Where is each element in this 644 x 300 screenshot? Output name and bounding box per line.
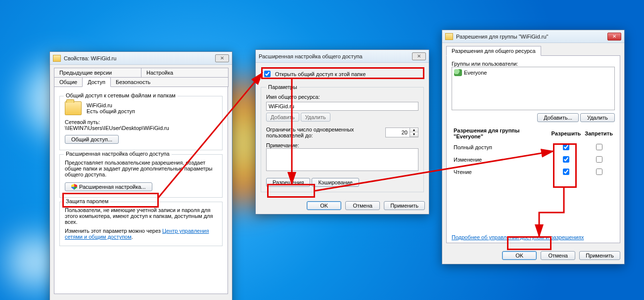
close-icon[interactable]: ✕ bbox=[607, 33, 621, 41]
share-folder-checkbox-row[interactable]: Открыть общий доступ к этой папке bbox=[261, 68, 424, 80]
table-row: Полный доступ bbox=[452, 141, 615, 153]
folder-icon bbox=[65, 101, 82, 115]
tab-security[interactable]: Безопасность bbox=[110, 77, 229, 87]
tab-share-permissions[interactable]: Разрешения для общего ресурса bbox=[446, 46, 541, 56]
tab-setup[interactable]: Настройка bbox=[141, 68, 229, 78]
folder-icon bbox=[445, 33, 453, 40]
folder-name: WiFiGid.ru bbox=[87, 102, 135, 108]
advanced-settings-button[interactable]: Расширенная настройка... bbox=[65, 182, 152, 191]
network-path-value: \\IEWIN7\Users\IEUser\Desktop\WiFiGid.ru bbox=[65, 125, 217, 131]
dialog-buttons: Закрыть Отмена Применить bbox=[50, 298, 232, 300]
share-name-input[interactable] bbox=[266, 102, 418, 111]
limit-users-input[interactable] bbox=[385, 128, 410, 137]
dialog-buttons: OK Отмена Применить bbox=[256, 197, 429, 214]
share-status: Есть общий доступ bbox=[87, 108, 135, 114]
groups-users-label: Группы или пользователи: bbox=[452, 61, 615, 67]
titlebar[interactable]: Расширенная настройка общего доступа ✕ bbox=[256, 50, 429, 63]
limit-users-label: Ограничить число одновременных пользоват… bbox=[266, 127, 381, 138]
allow-change-checkbox[interactable] bbox=[563, 156, 569, 163]
table-row: Чтение bbox=[452, 166, 615, 178]
group-title: Защита паролем bbox=[64, 198, 110, 204]
add-user-button[interactable]: Добавить... bbox=[537, 113, 579, 122]
network-sharing-group: Общий доступ к сетевым файлам и папкам W… bbox=[59, 96, 223, 150]
folder-icon bbox=[53, 55, 61, 62]
permissions-for-label: Разрешения для группы "Everyone" bbox=[452, 126, 550, 141]
apply-button[interactable]: Применить bbox=[579, 251, 620, 260]
window-title: Свойства: WiFiGid.ru bbox=[64, 55, 215, 61]
window-title: Расширенная настройка общего доступа bbox=[259, 53, 412, 59]
share-name-label: Имя общего ресурса: bbox=[266, 94, 418, 100]
share-folder-label: Открыть общий доступ к этой папке bbox=[275, 71, 366, 77]
password-protect-group: Защита паролем Пользователи, не имеющие … bbox=[59, 202, 223, 246]
group-title: Параметры bbox=[266, 84, 299, 90]
spinner-down-icon[interactable]: ▼ bbox=[410, 132, 418, 137]
tab-access[interactable]: Доступ bbox=[82, 77, 111, 87]
share-button[interactable]: Общий доступ... bbox=[65, 135, 119, 144]
delete-share-button[interactable]: Удалить bbox=[301, 113, 330, 122]
dialog-buttons: OK Отмена Применить bbox=[442, 247, 624, 264]
perm-change-label: Изменение bbox=[452, 153, 550, 166]
perm-full-label: Полный доступ bbox=[452, 141, 550, 153]
advanced-sharing-dialog: Расширенная настройка общего доступа ✕ О… bbox=[255, 49, 429, 214]
note-label: Примечание: bbox=[266, 142, 418, 148]
group-title: Расширенная настройка общего доступа bbox=[64, 151, 172, 157]
spinner-up-icon[interactable]: ▲ bbox=[410, 128, 418, 132]
perm-read-label: Чтение bbox=[452, 166, 550, 178]
tab-body: Группы или пользователи: Everyone Добави… bbox=[446, 55, 620, 243]
advanced-sharing-group: Расширенная настройка общего доступа Пре… bbox=[59, 154, 223, 198]
tab-previous-versions[interactable]: Предыдущие версии bbox=[54, 68, 141, 78]
titlebar[interactable]: Разрешения для группы "WiFiGid.ru" ✕ bbox=[442, 30, 624, 43]
permissions-table: Разрешения для группы "Everyone" Разреши… bbox=[452, 126, 615, 178]
limit-users-spinner[interactable]: ▲ ▼ bbox=[385, 128, 418, 137]
window-title: Разрешения для группы "WiFiGid.ru" bbox=[456, 34, 607, 40]
deny-read-checkbox[interactable] bbox=[596, 169, 602, 175]
permissions-dialog: Разрешения для группы "WiFiGid.ru" ✕ Раз… bbox=[442, 30, 625, 264]
cancel-button[interactable]: Отмена bbox=[541, 251, 575, 260]
properties-dialog: Свойства: WiFiGid.ru ✕ Предыдущие версии… bbox=[49, 51, 232, 300]
ok-button[interactable]: OK bbox=[307, 201, 341, 210]
deny-header: Запретить bbox=[583, 126, 615, 141]
note-textarea[interactable] bbox=[266, 148, 418, 171]
deny-change-checkbox[interactable] bbox=[596, 156, 602, 163]
titlebar[interactable]: Свойства: WiFiGid.ru ✕ bbox=[50, 52, 232, 65]
tab-strip: Предыдущие версии Настройка Общие Доступ… bbox=[54, 68, 228, 86]
network-path-label: Сетевой путь: bbox=[65, 119, 217, 125]
group-icon bbox=[454, 69, 462, 76]
tab-body: Общий доступ к сетевым файлам и папкам W… bbox=[54, 86, 228, 294]
apply-button[interactable]: Применить bbox=[384, 201, 425, 210]
change-param-text: Изменить этот параметр можно через bbox=[65, 228, 162, 234]
permissions-button[interactable]: Разрешения bbox=[266, 178, 310, 187]
add-share-button[interactable]: Добавить bbox=[266, 113, 299, 122]
ok-button[interactable]: OK bbox=[502, 251, 537, 260]
password-desc: Пользователи, не имеющие учетной записи … bbox=[65, 207, 217, 225]
tab-general[interactable]: Общие bbox=[54, 77, 83, 87]
parameters-group: Параметры Имя общего ресурса: Добавить У… bbox=[261, 84, 424, 192]
deny-full-checkbox[interactable] bbox=[596, 144, 602, 150]
cancel-button[interactable]: Отмена bbox=[345, 201, 380, 210]
remove-user-button[interactable]: Удалить bbox=[580, 113, 615, 122]
share-folder-checkbox[interactable] bbox=[264, 71, 271, 77]
allow-full-checkbox[interactable] bbox=[563, 144, 569, 150]
close-icon[interactable]: ✕ bbox=[412, 52, 426, 60]
allow-header: Разрешить bbox=[550, 126, 583, 141]
close-icon[interactable]: ✕ bbox=[215, 54, 229, 62]
user-name: Everyone bbox=[464, 70, 487, 76]
group-title: Общий доступ к сетевым файлам и папкам bbox=[64, 92, 178, 98]
users-listbox[interactable]: Everyone bbox=[452, 67, 615, 110]
allow-read-checkbox[interactable] bbox=[563, 169, 569, 175]
advanced-desc: Предоставляет пользовательские разрешени… bbox=[65, 160, 217, 177]
caching-button[interactable]: Кэширование bbox=[312, 178, 359, 187]
list-item[interactable]: Everyone bbox=[454, 69, 612, 76]
table-row: Изменение bbox=[452, 153, 615, 166]
learn-more-link[interactable]: Подробнее об управлении доступом и разре… bbox=[452, 234, 584, 240]
